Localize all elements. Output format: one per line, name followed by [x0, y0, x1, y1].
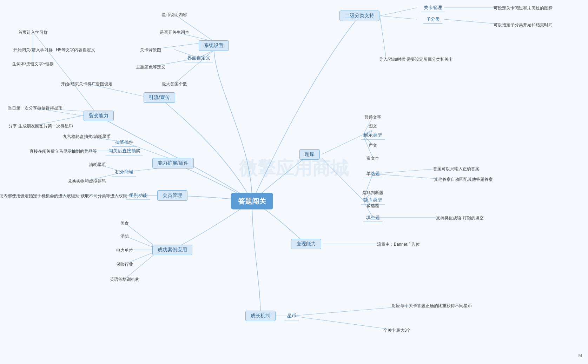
- leaf-zhijie-mianxian: 直接在闯关后立马显示抽到的奖品等: [29, 148, 97, 154]
- leaf-h5-wenzi: H5等文字内容自定义: [56, 46, 95, 53]
- leaf-shengciben-btn: 生词本/按钮文字+链接: [12, 60, 54, 67]
- node-chengzhang-jizhi: 成长机制: [245, 311, 276, 321]
- node-jiemian-zidingyi: 界面自定义: [185, 54, 213, 62]
- leaf-duoxuanti: 多选题: [366, 202, 379, 209]
- leaf-xingbi-shuoming: 星币说明内容: [162, 11, 187, 18]
- leaf-fuwen: 富文本: [366, 155, 379, 161]
- leaf-kesheding-shijian: 可以指定子分类开始和结束时间: [494, 21, 553, 28]
- leaf-meishi: 美食: [120, 220, 129, 226]
- node-liebian-nengli: 裂变能力: [84, 111, 114, 121]
- leaf-fenxiang-pengyouquan: 分享 生成朋友圈图片第一次得星币: [8, 123, 73, 129]
- node-biancheng-nengli: 变现能力: [291, 239, 321, 249]
- leaf-zhichilei: 支持类似成语 灯谜的填空: [436, 214, 483, 221]
- leaf-jiugong-lunpan: 九宫格轮盘抽奖/消耗星币: [63, 133, 110, 140]
- node-zubie-gongneng: 组别功能: [126, 191, 150, 200]
- leaf-tuwen: 图文: [369, 123, 377, 129]
- leaf-baoxianhangye: 保险行业: [116, 261, 133, 267]
- leaf-putong-wenzi: 普通文字: [364, 114, 381, 120]
- leaf-qita-daan: 其他答案自动匹配其他答题答案: [434, 176, 493, 183]
- node-erji-fenlei: 二级分类支持: [339, 11, 379, 21]
- leaf-xiaofang: 消防: [120, 233, 129, 239]
- leaf-yige-guanka-zuida: 一个关卡最大3个: [379, 327, 411, 333]
- leaf-liuliang-zhu: 流量主：Banner广告位: [377, 241, 420, 247]
- watermark: 微擎应用商城: [239, 156, 349, 181]
- node-zhanshleixing: 展示类型: [361, 131, 385, 140]
- leaf-kaishi-jieshu-guanggao: 开始/结束关卡得广告图设定: [61, 80, 112, 87]
- leaf-xiaohao-xingbi: 消耗星币: [89, 161, 106, 168]
- svg-line-43: [380, 16, 417, 19]
- leaf-zhuti-yanse: 主题颜色等定义: [136, 64, 165, 70]
- node-guanka-guanli: 关卡管理: [421, 4, 445, 12]
- leaf-duiying-guanka: 对应每个关卡答题正确的比重获得不同星币: [392, 302, 472, 309]
- node-chuanguanhou-zhijie: 闯关后直接抽奖: [106, 147, 143, 155]
- node-tiankongti: 填空题: [363, 213, 383, 222]
- leaf-shifei-panjuanti: 是非判断题: [362, 189, 383, 196]
- leaf-daoru-tianjia: 导入/添加时候 需要设定所属分类和关卡: [379, 56, 453, 62]
- leaf-bianneibushiyong: 便内部使用: [0, 192, 20, 199]
- leaf-kaishi-yue: 开始阅关/进入学习群: [13, 46, 52, 53]
- leaf-kesheding-guanka: 可设定关卡阅过和未阅过的图标: [494, 5, 553, 11]
- svg-line-34: [322, 158, 363, 200]
- svg-line-37: [373, 174, 441, 179]
- node-yinliu-xuanchuan: 引流/宣传: [144, 92, 175, 103]
- node-dantixuanti: 单选题: [363, 170, 383, 178]
- node-huiyuan-guanli: 会员管理: [157, 190, 187, 201]
- node-xitong-shezhi: 系统设置: [199, 40, 229, 51]
- node-tiku: 题库: [299, 149, 320, 160]
- leaf-dangri-fenxiang: 当日第一次分享微信群得星币: [8, 105, 62, 111]
- node-xingbi: 星币: [284, 312, 299, 320]
- leaf-shengwen: 声文: [369, 142, 377, 148]
- svg-line-42: [380, 8, 417, 16]
- svg-line-50: [33, 32, 98, 116]
- node-choujiangjijian: 抽奖插件: [112, 138, 136, 147]
- node-jifen-shangcheng: 积分商城: [112, 168, 136, 177]
- leaf-guanka-beijingtu: 关卡背景图: [140, 46, 161, 53]
- center-node: 答题闯关: [231, 193, 273, 210]
- leaf-duihuan-shiwu: 兑换实物和虚拟券码: [68, 178, 106, 184]
- svg-line-36: [373, 168, 441, 174]
- leaf-daan-zhique: 答案可以只输入正确答案: [433, 165, 480, 172]
- node-nengli-kuozhan: 能力扩展/插件: [152, 158, 194, 168]
- corner-mark: M: [578, 353, 582, 358]
- node-chenggong-anli: 成功案例应用: [152, 245, 192, 255]
- svg-line-44: [380, 16, 386, 59]
- leaf-dianlidanwei: 电力单位: [116, 247, 133, 253]
- svg-line-0: [174, 14, 214, 41]
- leaf-yingyu-peixun: 英语等培训机构: [110, 276, 139, 283]
- leaf-zuida-daan: 最大答案个数: [162, 80, 187, 87]
- node-zifenlei: 子分类: [423, 15, 443, 24]
- leaf-sheding-shouji: 设定指定手机集会的进入该组别 获取不同分类等进入权限: [20, 192, 127, 199]
- leaf-shengciben: 是否开关生词本: [160, 29, 189, 35]
- leaf-shouye-jinru: 首页进入学习群: [18, 29, 48, 35]
